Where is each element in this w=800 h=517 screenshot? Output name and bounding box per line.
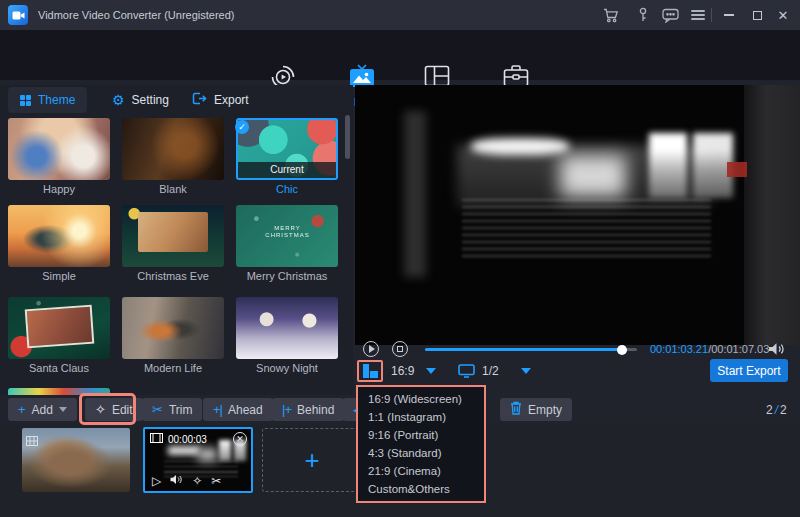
theme-modern-life[interactable]: Modern Life [122,297,224,377]
menu-item-portrait[interactable]: 9:16 (Portrait) [358,426,484,444]
menu-icon[interactable] [688,6,708,24]
menu-item-custom[interactable]: Custom&Others [358,480,484,498]
timeline-clip-1[interactable] [22,428,130,492]
trim-label: Trim [169,403,193,417]
edit-button[interactable]: ✧ Edit [85,398,143,421]
empty-button[interactable]: Empty [500,398,572,421]
theme-santa-claus-label: Santa Claus [8,359,110,377]
aspect-caret-icon[interactable] [426,368,436,374]
theme-partial-1[interactable] [8,388,110,395]
start-export-button[interactable]: Start Export [710,359,788,382]
aspect-ratio-value[interactable]: 16:9 [391,364,414,378]
insert-behind-icon: |+ [282,403,291,416]
add-clip-placeholder[interactable]: + [262,428,362,492]
current-badge: Current [238,162,336,178]
clip-edit-icon[interactable]: ✧ [192,475,202,487]
clip-counter: 2/2 [766,403,787,417]
screen-icon[interactable] [458,364,475,382]
titlebar: Vidmore Video Converter (Unregistered) ✕ [0,0,800,30]
ahead-button[interactable]: +| Ahead [203,398,273,421]
gear-icon: ⚙ [112,93,125,107]
menu-item-cinema[interactable]: 21:9 (Cinema) [358,462,484,480]
cart-icon[interactable] [601,6,621,24]
check-icon: ✓ [235,120,249,134]
stop-button[interactable] [392,341,408,357]
clip-duration: 00:00:03 [168,434,207,445]
main-nav: Converter MV Collage Toolbox [0,30,800,80]
behind-button[interactable]: |+ Behind [272,398,344,421]
theme-happy[interactable]: Happy [8,118,110,198]
image-clip-icon [26,432,38,450]
theme-grid-icon [20,95,31,106]
add-button[interactable]: + Add [8,398,77,421]
theme-blank[interactable]: Blank [122,118,224,198]
time-display: 00:01:03.21/00:01:07.03 [650,343,769,355]
video-preview [355,85,800,345]
timeline-clip-2-selected[interactable]: 00:00:03 ✕ ▷ ✧ ✂ [143,427,253,493]
menu-item-widescreen[interactable]: 16:9 (Widescreen) [358,390,484,408]
aspect-ratio-menu: 16:9 (Widescreen) 1:1 (Instagram) 9:16 (… [356,385,486,503]
menu-item-instagram[interactable]: 1:1 (Instagram) [358,408,484,426]
tab-theme[interactable]: Theme [8,87,87,113]
close-button[interactable]: ✕ [770,0,796,30]
key-register-icon[interactable] [633,6,653,24]
video-red-light [727,162,747,177]
tab-theme-label: Theme [38,93,75,107]
theme-christmas-eve-thumb [122,205,224,267]
theme-christmas-eve[interactable]: Christmas Eve [122,205,224,285]
scissors-icon: ✂ [152,403,163,416]
theme-merry-christmas-thumb: MERRY CHRISTMAS [236,205,338,267]
theme-snowy-night[interactable]: Snowy Night [236,297,338,377]
theme-santa-claus[interactable]: Santa Claus [8,297,110,377]
theme-snowy-night-thumb [236,297,338,359]
time-current: 00:01:03.21 [650,343,708,355]
volume-icon[interactable] [768,342,786,360]
minimize-button[interactable] [716,0,742,30]
plus-icon: + [18,403,26,416]
trim-button[interactable]: ✂ Trim [142,398,202,421]
seek-slider-fill [425,348,622,351]
feedback-icon[interactable] [660,6,680,24]
behind-label: Behind [297,403,334,417]
theme-scrollbar[interactable] [345,115,350,159]
theme-chic-selected[interactable]: Current Chic ✓ [236,118,338,198]
magic-star-icon: ✧ [95,402,106,417]
theme-modern-life-thumb [122,297,224,359]
app-window: Vidmore Video Converter (Unregistered) ✕… [0,0,800,517]
screen-page-value[interactable]: 1/2 [482,364,499,378]
theme-simple-label: Simple [8,267,110,285]
tab-setting[interactable]: ⚙ Setting [100,87,181,113]
app-logo-icon [8,5,28,25]
theme-merry-christmas[interactable]: MERRY CHRISTMAS Merry Christmas [236,205,338,285]
video-right-wall [744,85,800,345]
time-total: 00:01:07.03 [711,343,769,355]
edit-label: Edit [112,403,133,417]
theme-happy-label: Happy [8,180,110,198]
aspect-ratio-button[interactable] [357,360,383,382]
theme-chic-label: Chic [236,180,338,198]
tab-export-label: Export [214,93,249,107]
theme-santa-claus-thumb [8,297,110,359]
clip-volume-icon[interactable] [170,474,183,487]
tab-setting-label: Setting [132,93,169,107]
clip-play-icon[interactable]: ▷ [152,475,161,487]
aspect-ratio-icon [363,364,378,378]
clip-close-icon[interactable]: ✕ [233,432,247,446]
screen-caret-icon[interactable] [521,368,531,374]
clip-trim-icon[interactable]: ✂ [211,475,221,487]
add-label: Add [32,403,53,417]
seek-slider[interactable] [425,348,637,351]
theme-simple[interactable]: Simple [8,205,110,285]
theme-snowy-night-label: Snowy Night [236,359,338,377]
play-button[interactable] [363,341,379,357]
menu-item-standard[interactable]: 4:3 (Standard) [358,444,484,462]
seek-slider-knob[interactable] [617,345,627,355]
trash-icon [510,401,522,418]
window-title: Vidmore Video Converter (Unregistered) [38,0,234,30]
add-caret-icon [59,407,67,412]
tab-export[interactable]: Export [180,87,261,113]
export-icon [192,91,207,109]
add-clip-plus-icon: + [304,445,319,476]
maximize-button[interactable] [744,0,770,30]
insert-ahead-icon: +| [213,403,222,416]
